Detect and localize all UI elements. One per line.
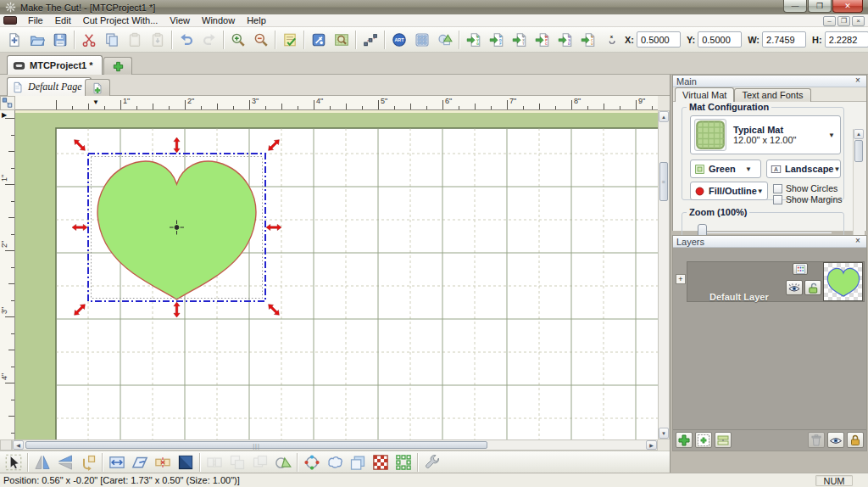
scroll-up-arrow[interactable]: ▲: [659, 111, 669, 122]
import-gsd-button[interactable]: GSD: [554, 29, 576, 51]
shadow-layer-button[interactable]: [175, 451, 197, 473]
menu-file[interactable]: File: [22, 14, 49, 26]
ruler-tick: [507, 100, 508, 109]
panel-scroll-thumb[interactable]: [854, 140, 863, 162]
selection-tool-button[interactable]: [3, 451, 25, 473]
import-pdf-button[interactable]: PDF: [486, 29, 508, 51]
menu-help[interactable]: Help: [241, 14, 272, 26]
vertical-scrollbar[interactable]: ▲ ≡ ▼: [658, 110, 670, 439]
layer-colors-button[interactable]: [793, 263, 808, 275]
layer-visibility-eye-icon[interactable]: [786, 280, 803, 295]
h-input[interactable]: [825, 31, 868, 48]
main-panel-header[interactable]: Main ×: [673, 76, 866, 87]
add-layer-with-selection-icon: [697, 434, 710, 447]
stretch-button[interactable]: [106, 451, 128, 473]
mdi-restore-button[interactable]: ❐: [837, 16, 850, 26]
skew-button[interactable]: [129, 451, 151, 473]
zoom-in-button[interactable]: [227, 29, 249, 51]
boolean-join-button[interactable]: [347, 451, 369, 473]
show-circles-checkbox[interactable]: [773, 184, 782, 193]
cut-button[interactable]: [78, 29, 100, 51]
open-project-button[interactable]: [26, 29, 48, 51]
ruler-corner[interactable]: [0, 96, 15, 110]
layer-row[interactable]: Default Layer: [687, 261, 865, 302]
scroll-up-arrow[interactable]: ▲: [854, 129, 864, 139]
scroll-right-arrow[interactable]: ▶: [646, 440, 657, 450]
mat-color-dropdown[interactable]: Green ▼: [690, 160, 761, 178]
main-panel-close-icon[interactable]: ×: [853, 76, 863, 86]
break-apart-button[interactable]: [152, 451, 174, 473]
pattern-fill-button[interactable]: [370, 451, 392, 473]
tab-project[interactable]: MTCProject1 *: [7, 55, 103, 75]
close-button[interactable]: ✕: [832, 0, 863, 13]
import-scut-button[interactable]: SCU: [577, 29, 599, 51]
mat-type-dropdown[interactable]: Typical Mat 12.00" x 12.00" ▼: [690, 115, 841, 154]
tab-virtual-mat[interactable]: Virtual Mat: [675, 87, 734, 102]
rotate-90-button[interactable]: [77, 451, 99, 473]
scroll-down-arrow[interactable]: ▼: [659, 428, 669, 439]
horizontal-scroll-thumb[interactable]: |||: [25, 441, 487, 449]
import-wpc-button[interactable]: WPC: [531, 29, 554, 51]
node-path-edit-button[interactable]: [359, 29, 381, 51]
toggle-lock-button[interactable]: [847, 432, 864, 448]
save-project-button[interactable]: [49, 29, 71, 51]
virtual-mat-canvas[interactable]: [15, 110, 658, 439]
menu-view[interactable]: View: [164, 14, 196, 26]
zoom-out-button[interactable]: [250, 29, 272, 51]
minimize-button[interactable]: —: [783, 0, 807, 13]
tools-wrench-button[interactable]: [421, 451, 443, 473]
art-store-button[interactable]: ART: [388, 29, 410, 51]
undo-button[interactable]: [175, 29, 198, 51]
ruler-tick: [11, 135, 14, 136]
project-tab-bar: MTCProject1 *: [0, 53, 868, 75]
show-circles-checkbox-row[interactable]: Show Circles: [773, 183, 837, 193]
add-page-button[interactable]: [85, 79, 110, 96]
tab-text-and-fonts[interactable]: Text and Fonts: [734, 88, 810, 102]
restore-button[interactable]: ❐: [808, 0, 832, 13]
vertical-scroll-thumb[interactable]: ≡: [659, 162, 668, 201]
y-input[interactable]: [698, 31, 742, 48]
zoom-slider-track[interactable]: [704, 232, 832, 233]
x-input[interactable]: [637, 31, 681, 48]
add-layer-with-selection-button[interactable]: [695, 432, 712, 448]
shape-magic-button[interactable]: [434, 29, 456, 51]
scroll-left-arrow[interactable]: ◀: [13, 440, 24, 450]
layers-panel-close-icon[interactable]: ×: [853, 237, 863, 246]
add-layer-button[interactable]: [676, 432, 693, 448]
merge-layers-button[interactable]: [715, 432, 732, 448]
import-txt-button[interactable]: TXT: [509, 29, 531, 51]
new-document-button[interactable]: [3, 29, 25, 51]
node-mode-button[interactable]: [301, 451, 323, 473]
layer-lock-icon[interactable]: [804, 280, 821, 295]
page-icon: [12, 81, 24, 93]
orientation-dropdown[interactable]: A Landscape ▼: [766, 160, 841, 178]
lattice-button[interactable]: [392, 451, 415, 473]
lasso-select-button[interactable]: [324, 451, 346, 473]
mdi-close-button[interactable]: ×: [852, 16, 865, 26]
mat-tools-button[interactable]: [308, 29, 330, 51]
show-margins-checkbox-row[interactable]: Show Margins: [773, 194, 843, 204]
layer-expand-button[interactable]: +: [676, 274, 686, 284]
horizontal-scrollbar[interactable]: ◀ ||| ▶: [12, 439, 658, 451]
menu-edit[interactable]: Edit: [49, 14, 77, 26]
weld-button[interactable]: [272, 451, 294, 473]
menu-window[interactable]: Window: [196, 14, 241, 26]
menu-cut-project-with[interactable]: Cut Project With...: [77, 14, 164, 26]
flip-vertical-button[interactable]: [54, 451, 76, 473]
fill-outline-dropdown[interactable]: Fill/Outline ▼: [690, 182, 768, 200]
tab-default-page[interactable]: Default Page: [7, 77, 92, 96]
position-reference-icon[interactable]: x: [606, 33, 619, 46]
import-svg-button[interactable]: SVG: [463, 29, 485, 51]
copy-button[interactable]: [101, 29, 123, 51]
flip-horizontal-button[interactable]: [31, 451, 53, 473]
mat-preview-button[interactable]: [331, 29, 353, 51]
cut-project-preview-button[interactable]: [279, 29, 301, 51]
mdi-minimize-button[interactable]: –: [823, 16, 836, 26]
layers-panel-header[interactable]: Layers ×: [673, 236, 866, 248]
w-input[interactable]: [762, 31, 806, 48]
new-project-tab-button[interactable]: [103, 57, 132, 75]
layer-thumbnail[interactable]: [823, 262, 863, 301]
basic-shapes-button[interactable]: [411, 29, 433, 51]
show-margins-checkbox[interactable]: [773, 195, 782, 204]
toggle-visibility-button[interactable]: [827, 432, 844, 448]
